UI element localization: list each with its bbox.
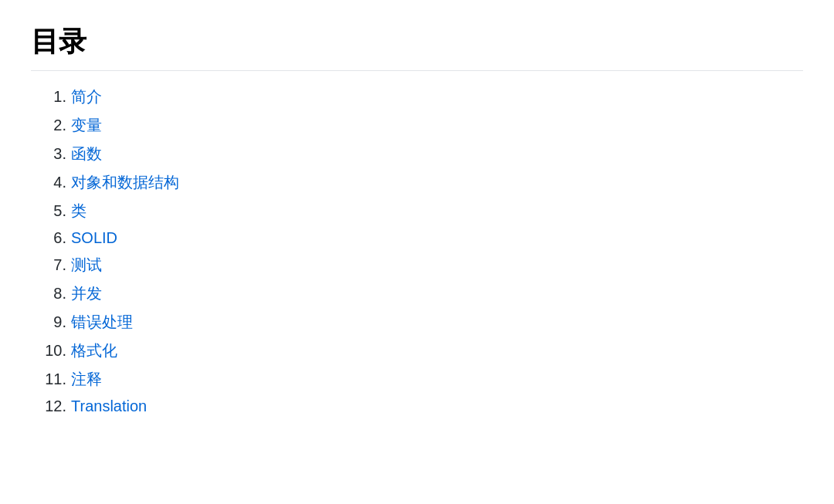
toc-link[interactable]: 函数: [71, 144, 102, 164]
item-number: 6.: [39, 229, 66, 247]
item-number: 2.: [39, 117, 66, 134]
toc-link[interactable]: 格式化: [71, 340, 117, 361]
item-number: 11.: [39, 370, 66, 388]
toc-link[interactable]: 测试: [71, 255, 102, 276]
toc-link[interactable]: 对象和数据结构: [71, 172, 179, 193]
item-number: 10.: [39, 342, 66, 360]
list-item: 5.类: [39, 201, 803, 222]
list-item: 6.SOLID: [39, 229, 803, 247]
list-item: 8.并发: [39, 283, 803, 304]
list-item: 12.Translation: [39, 397, 803, 415]
item-number: 3.: [39, 145, 66, 163]
list-item: 10.格式化: [39, 340, 803, 361]
toc-link[interactable]: 并发: [71, 283, 102, 304]
list-item: 9.错误处理: [39, 312, 803, 333]
toc-link[interactable]: 错误处理: [71, 312, 133, 333]
toc-list: 1.简介2.变量3.函数4.对象和数据结构5.类6.SOLID7.测试8.并发9…: [31, 86, 803, 415]
item-number: 5.: [39, 202, 66, 220]
toc-link[interactable]: 注释: [71, 369, 102, 390]
item-number: 12.: [39, 397, 66, 415]
item-number: 4.: [39, 174, 66, 191]
list-item: 11.注释: [39, 369, 803, 390]
toc-link[interactable]: 简介: [71, 86, 102, 107]
list-item: 2.变量: [39, 115, 803, 136]
item-number: 7.: [39, 256, 66, 274]
item-number: 1.: [39, 88, 66, 106]
list-item: 4.对象和数据结构: [39, 172, 803, 193]
item-number: 8.: [39, 285, 66, 303]
item-number: 9.: [39, 313, 66, 331]
list-item: 1.简介: [39, 86, 803, 107]
toc-link[interactable]: 类: [71, 201, 86, 222]
list-item: 7.测试: [39, 255, 803, 276]
list-item: 3.函数: [39, 144, 803, 164]
toc-link[interactable]: Translation: [71, 397, 147, 415]
toc-link[interactable]: SOLID: [71, 229, 117, 247]
page-title: 目录: [31, 23, 803, 71]
toc-link[interactable]: 变量: [71, 115, 102, 136]
